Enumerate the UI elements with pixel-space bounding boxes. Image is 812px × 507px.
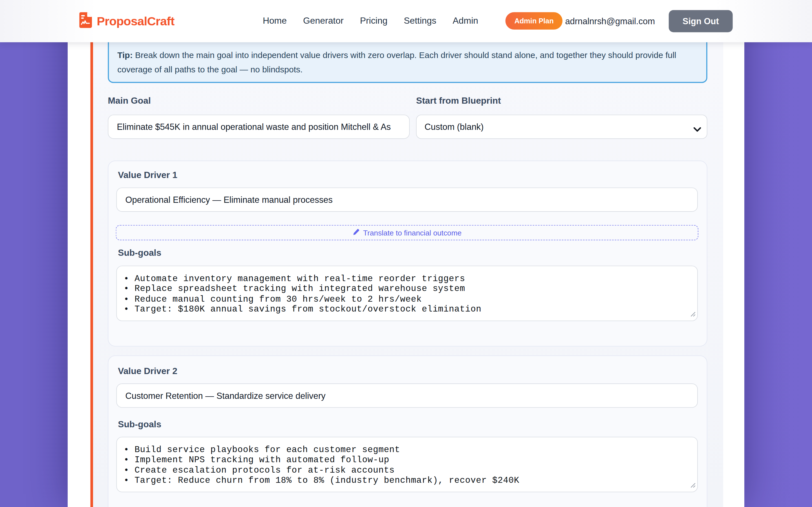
plan-badge: Admin Plan [506,12,563,30]
pencil-icon [352,228,359,237]
blueprint-select-wrap: Custom (blank) [416,115,707,139]
nav-pricing[interactable]: Pricing [360,16,388,26]
nav-generator[interactable]: Generator [303,16,344,26]
translate-button-label: Translate to financial outcome [363,228,462,237]
subgoals-1-label: Sub-goals [118,247,161,258]
nav-admin[interactable]: Admin [453,16,478,26]
main-nav: Home Generator Pricing Settings Admin [263,0,478,42]
translate-to-financial-outcome-button[interactable]: Translate to financial outcome [116,225,698,240]
header-bar: ProposalCraft Home Generator Pricing Set… [0,0,812,42]
blueprint-label: Start from Blueprint [416,96,501,106]
nav-home[interactable]: Home [263,16,287,26]
app-viewport: Tip: Break down the main goal into indep… [0,0,812,507]
brand-name: ProposalCraft [97,14,174,29]
subgoals-1-wrap [116,266,698,321]
subgoals-2-textarea[interactable] [116,437,698,492]
value-driver-1-card: Value Driver 1 Translate to financial ou… [108,161,707,346]
blueprint-select[interactable]: Custom (blank) [416,115,707,139]
tip-label: Tip: [117,51,133,60]
value-driver-2-input[interactable] [116,383,698,407]
main-goal-label: Main Goal [108,96,151,106]
document-chart-icon [79,12,92,30]
value-driver-2-label: Value Driver 2 [118,366,177,377]
nav-settings[interactable]: Settings [404,16,436,26]
subgoals-1-textarea[interactable] [116,266,698,321]
main-goal-input[interactable] [108,115,410,139]
sign-out-button[interactable]: Sign Out [669,10,733,33]
value-driver-2-card: Value Driver 2 Sub-goals [108,355,707,507]
subgoals-2-label: Sub-goals [118,419,161,430]
value-driver-1-label: Value Driver 1 [118,170,177,181]
brand-logo[interactable]: ProposalCraft [79,0,174,42]
tip-callout: Tip: Break down the main goal into indep… [108,38,707,83]
value-driver-1-input[interactable] [116,187,698,212]
subgoals-2-wrap [116,437,698,492]
tip-text: Break down the main goal into independen… [117,51,676,74]
user-email: adrnalnrsh@gmail.com [565,0,655,42]
